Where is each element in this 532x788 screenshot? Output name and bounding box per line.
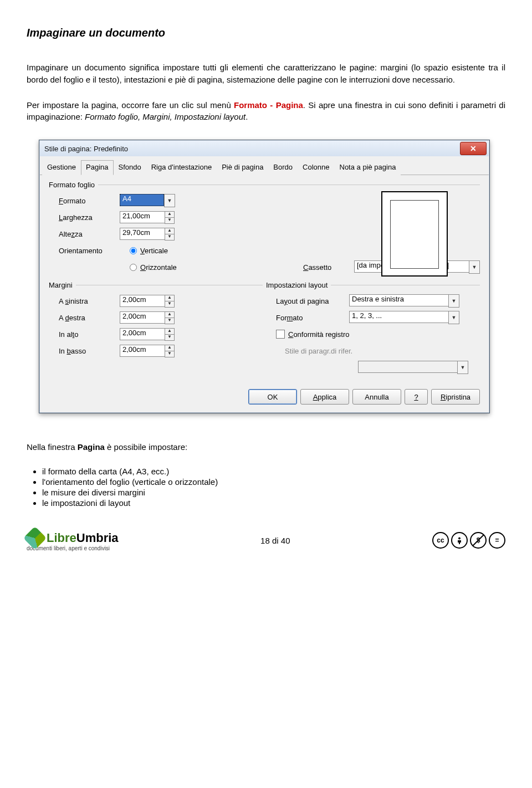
logo-text-2: Umbria	[76, 531, 119, 545]
label-formato-num: Formato	[266, 314, 349, 322]
p3-pagina: Pagina	[78, 442, 105, 452]
checkbox-registro[interactable]	[276, 330, 285, 339]
label-basso: In basso	[49, 347, 120, 355]
label-destra: A destra	[49, 314, 120, 322]
tab-colonne[interactable]: Colonne	[298, 160, 334, 175]
label-sinistra: A sinistra	[49, 297, 120, 305]
combo-formato[interactable]: A4 ▼	[120, 194, 175, 207]
spinner-larghezza[interactable]: 21,00cm ▲▼	[120, 211, 175, 224]
chevron-down-icon: ▼	[165, 318, 175, 324]
list-item: le misure dei diversi margini	[42, 488, 505, 497]
combo-layout[interactable]: Destra e sinistra ▼	[349, 294, 459, 308]
cc-by-icon	[451, 532, 468, 549]
label-registro: Conformità registro	[288, 330, 350, 339]
spinner-altezza-value: 29,70cm	[120, 228, 165, 240]
tab-nota[interactable]: Nota a piè pagina	[335, 160, 401, 175]
radio-verticale-label: Verticale	[140, 247, 168, 255]
spinner-alto[interactable]: 2,00cm ▲▼	[120, 328, 175, 341]
label-cassetto: Cassetto	[303, 263, 354, 272]
list-item: le impostazioni di layout	[42, 498, 505, 508]
spinner-altezza[interactable]: 29,70cm ▲▼	[120, 228, 175, 241]
button-bar: OK Applica Annulla ? Ripristina	[40, 383, 489, 405]
tab-bordo[interactable]: Bordo	[268, 160, 298, 175]
chevron-down-icon: ▼	[164, 194, 175, 207]
combo-refstyle: ▼	[358, 361, 468, 374]
label-layout-pagina: Layout di pagina	[266, 297, 349, 305]
chevron-down-icon: ▼	[165, 234, 175, 241]
chevron-up-icon: ▲	[165, 345, 175, 351]
logo: LibreUmbria documenti liberi, aperti e c…	[27, 530, 119, 551]
spinner-basso-value: 2,00cm	[120, 345, 165, 357]
radio-verticale[interactable]	[130, 247, 137, 254]
p2-params: Formato foglio, Margini, Impostazioni la…	[85, 112, 245, 121]
combo-layout-value: Destra e sinistra	[349, 294, 448, 306]
combo-formato-value: A4	[120, 194, 164, 206]
tab-row: Gestione Pagina Sfondo Riga d'intestazio…	[40, 156, 489, 175]
combo-formato-num-value: 1, 2, 3, ...	[349, 311, 448, 323]
spinner-alto-value: 2,00cm	[120, 328, 165, 340]
tab-pie-pagina[interactable]: Piè di pagina	[217, 160, 268, 175]
p3-text-c: è possibile impostare:	[105, 442, 187, 452]
cancel-button[interactable]: Annulla	[352, 389, 401, 405]
radio-orizzontale[interactable]	[130, 264, 137, 271]
p2-text-e: .	[245, 112, 248, 121]
label-larghezza: Larghezza	[49, 213, 120, 222]
group-layout: Impostazioni layout Layout di pagina Des…	[266, 281, 480, 376]
help-button[interactable]: ?	[405, 389, 428, 405]
close-icon: ✕	[470, 144, 477, 153]
tab-sfondo[interactable]: Sfondo	[114, 160, 146, 175]
cc-icon: cc	[432, 532, 449, 549]
after-dialog-paragraph: Nella finestra Pagina è possibile impost…	[27, 441, 505, 453]
chevron-up-icon: ▲	[165, 328, 175, 334]
spinner-sinistra[interactable]: 2,00cm ▲▼	[120, 295, 175, 308]
group-formato-foglio: Formato foglio FFormatoormato A4 ▼ Largh…	[49, 181, 480, 275]
page-title: Impaginare un documento	[27, 27, 505, 39]
tab-gestione[interactable]: Gestione	[42, 160, 81, 175]
chevron-down-icon: ▼	[165, 301, 175, 308]
cc-nc-icon: $	[470, 532, 487, 549]
label-altezza: Altezza	[49, 230, 120, 238]
ok-button[interactable]: OK	[248, 389, 297, 405]
label-orientamento: Orientamento	[49, 247, 120, 255]
dialog-titlebar: Stile di pagina: Predefinito ✕	[40, 141, 489, 156]
spinner-basso[interactable]: 2,00cm ▲▼	[120, 345, 175, 357]
menu-path: Formato - Pagina	[234, 100, 303, 110]
group-layout-legend: Impostazioni layout	[266, 281, 331, 289]
chevron-up-icon: ▲	[165, 228, 175, 234]
chevron-down-icon: ▼	[457, 361, 468, 374]
group-margini: Margini A sinistra 2,00cm ▲▼ A destra 2,	[49, 281, 263, 359]
chevron-up-icon: ▲	[165, 295, 175, 301]
svg-point-0	[458, 538, 461, 540]
radio-orizzontale-label: Orizzontale	[140, 263, 177, 272]
spinner-larghezza-value: 21,00cm	[120, 211, 165, 223]
tab-pagina[interactable]: Pagina	[81, 160, 113, 175]
combo-formato-num[interactable]: 1, 2, 3, ... ▼	[349, 311, 459, 324]
label-alto: In alto	[49, 330, 120, 339]
dialog-window: Stile di pagina: Predefinito ✕ Gestione …	[39, 140, 490, 413]
chevron-down-icon: ▼	[448, 311, 459, 324]
p3-text-a: Nella finestra	[27, 442, 78, 452]
logo-subtitle: documenti liberi, aperti e condivisi	[27, 545, 110, 551]
chevron-down-icon: ▼	[165, 334, 175, 341]
chevron-up-icon: ▲	[165, 211, 175, 217]
chevron-down-icon: ▼	[469, 260, 480, 274]
chevron-up-icon: ▲	[165, 311, 175, 318]
page-footer: LibreUmbria documenti liberi, aperti e c…	[27, 530, 505, 551]
dialog-title: Stile di pagina: Predefinito	[44, 145, 128, 153]
bullet-list: il formato della carta (A4, A3, ecc.) l'…	[42, 467, 505, 508]
close-button[interactable]: ✕	[460, 142, 487, 155]
spinner-destra[interactable]: 2,00cm ▲▼	[120, 311, 175, 324]
spinner-sinistra-value: 2,00cm	[120, 295, 165, 307]
apply-button[interactable]: Applica	[300, 389, 349, 405]
tab-intestazione[interactable]: Riga d'intestazione	[146, 160, 217, 175]
chevron-down-icon: ▼	[448, 294, 459, 308]
combo-refstyle-value	[358, 361, 457, 373]
label-formato: FFormatoormato	[49, 197, 120, 205]
intro-paragraph-2: Per impostare la pagina, occorre fare un…	[27, 99, 505, 124]
cc-badges: cc $ =	[432, 532, 505, 549]
intro-paragraph-1: Impaginare un documento significa impost…	[27, 62, 505, 86]
spinner-destra-value: 2,00cm	[120, 311, 165, 324]
p2-text-a: Per impostare la pagina, occorre fare un…	[27, 100, 234, 110]
reset-button[interactable]: Ripristina	[431, 389, 480, 405]
svg-line-1	[473, 535, 484, 546]
